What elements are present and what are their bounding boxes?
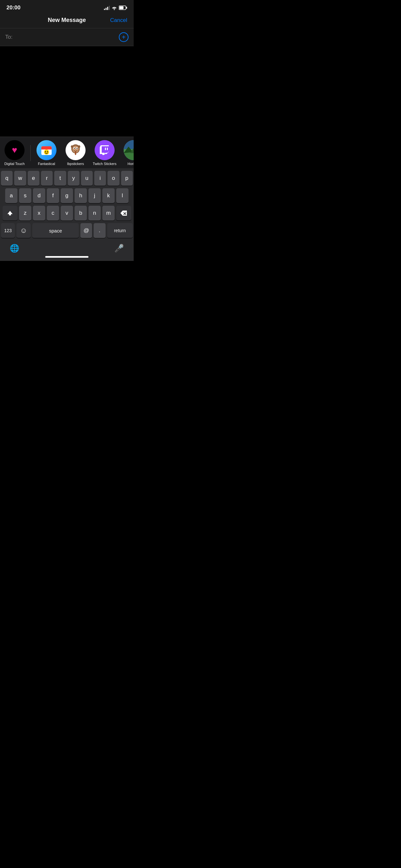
svg-point-14: [76, 148, 78, 149]
svg-point-13: [74, 148, 75, 149]
nav-header: New Message Cancel: [0, 13, 134, 28]
app-label-horizon: Horizon: [127, 162, 134, 166]
key-x[interactable]: x: [33, 206, 45, 221]
key-y[interactable]: y: [68, 171, 80, 186]
svg-rect-1: [126, 7, 127, 9]
key-b[interactable]: b: [74, 206, 87, 221]
status-bar: 20:00: [0, 0, 134, 13]
app-item-fantastical[interactable]: Fantastical: [32, 140, 61, 166]
digital-touch-icon: ♥: [4, 140, 25, 160]
key-g[interactable]: g: [61, 188, 73, 203]
app-label-digital-touch: Digital Touch: [4, 162, 25, 166]
return-key[interactable]: return: [107, 223, 133, 238]
emoji-key[interactable]: ☺: [17, 223, 30, 238]
key-k[interactable]: k: [102, 188, 115, 203]
shift-key[interactable]: [3, 206, 18, 221]
key-n[interactable]: n: [89, 206, 101, 221]
lbp-icon: [66, 140, 86, 160]
svg-rect-15: [75, 151, 76, 155]
key-u[interactable]: u: [81, 171, 93, 186]
app-item-digital-touch[interactable]: ♥ Digital Touch: [0, 140, 29, 166]
keyboard: q w e r t y u i o p a s d f g h j k l z …: [0, 168, 134, 242]
apps-divider: [30, 145, 31, 161]
key-f[interactable]: f: [47, 188, 59, 203]
app-item-twitch-stickers[interactable]: Twitch Stickers: [90, 140, 119, 166]
apps-strip: ♥ Digital Touch Fantastical: [0, 136, 134, 168]
key-q[interactable]: q: [1, 171, 12, 186]
key-t[interactable]: t: [54, 171, 66, 186]
key-o[interactable]: o: [107, 171, 119, 186]
message-body[interactable]: [0, 46, 134, 136]
at-key[interactable]: @: [81, 223, 92, 238]
keyboard-row-3: z x c v b n m: [1, 206, 133, 221]
key-e[interactable]: e: [28, 171, 39, 186]
svg-point-6: [44, 150, 49, 155]
period-key[interactable]: .: [94, 223, 105, 238]
twitch-icon: [95, 140, 115, 160]
keyboard-row-1: q w e r t y u i o p: [1, 171, 133, 186]
battery-icon: [119, 5, 127, 10]
key-w[interactable]: w: [14, 171, 26, 186]
horizon-icon: [124, 140, 134, 160]
key-r[interactable]: r: [41, 171, 53, 186]
status-time: 20:00: [6, 4, 20, 11]
app-label-fantastical: Fantastical: [38, 162, 55, 166]
keyboard-row-4: 123 ☺ space @ . return: [1, 223, 133, 238]
svg-point-8: [47, 151, 48, 152]
fantastical-icon: [36, 140, 57, 160]
wifi-icon: [112, 5, 117, 10]
to-label: To:: [5, 34, 12, 40]
svg-marker-26: [7, 211, 12, 215]
key-j[interactable]: j: [89, 188, 101, 203]
svg-point-16: [71, 145, 73, 148]
to-field: To: +: [0, 28, 134, 46]
space-key[interactable]: space: [32, 223, 79, 238]
status-icons: [104, 5, 127, 10]
keyboard-row-2: a s d f g h j k l: [1, 188, 133, 203]
key-p[interactable]: p: [121, 171, 133, 186]
svg-rect-18: [105, 148, 106, 150]
globe-icon[interactable]: 🌐: [10, 244, 19, 253]
key-v[interactable]: v: [61, 206, 73, 221]
svg-rect-19: [107, 148, 108, 150]
add-contact-button[interactable]: +: [119, 32, 128, 42]
svg-point-7: [45, 151, 46, 152]
app-label-lbpstickers: lbpstickers: [67, 162, 84, 166]
key-i[interactable]: i: [94, 171, 106, 186]
svg-rect-2: [120, 6, 124, 9]
cancel-button[interactable]: Cancel: [108, 17, 127, 24]
page-title: New Message: [26, 17, 108, 24]
signal-bars-icon: [104, 5, 110, 10]
key-h[interactable]: h: [74, 188, 87, 203]
key-d[interactable]: d: [33, 188, 45, 203]
delete-key[interactable]: [116, 206, 131, 221]
app-item-lbpstickers[interactable]: lbpstickers: [61, 140, 90, 166]
key-m[interactable]: m: [102, 206, 115, 221]
key-c[interactable]: c: [47, 206, 59, 221]
app-label-twitch-stickers: Twitch Stickers: [93, 162, 116, 166]
key-z[interactable]: z: [19, 206, 31, 221]
key-a[interactable]: a: [5, 188, 18, 203]
heart-icon: ♥: [12, 145, 18, 155]
key-l[interactable]: l: [116, 188, 128, 203]
to-input[interactable]: [14, 34, 119, 40]
key-s[interactable]: s: [19, 188, 31, 203]
home-bar: [45, 256, 89, 258]
numbers-key[interactable]: 123: [1, 223, 15, 238]
home-indicator: [0, 254, 134, 261]
bottom-bar: 🌐 🎤: [0, 242, 134, 254]
svg-rect-5: [41, 148, 52, 150]
app-item-horizon[interactable]: Horizon: [119, 140, 134, 166]
microphone-icon[interactable]: 🎤: [114, 244, 124, 253]
svg-point-17: [78, 145, 81, 148]
